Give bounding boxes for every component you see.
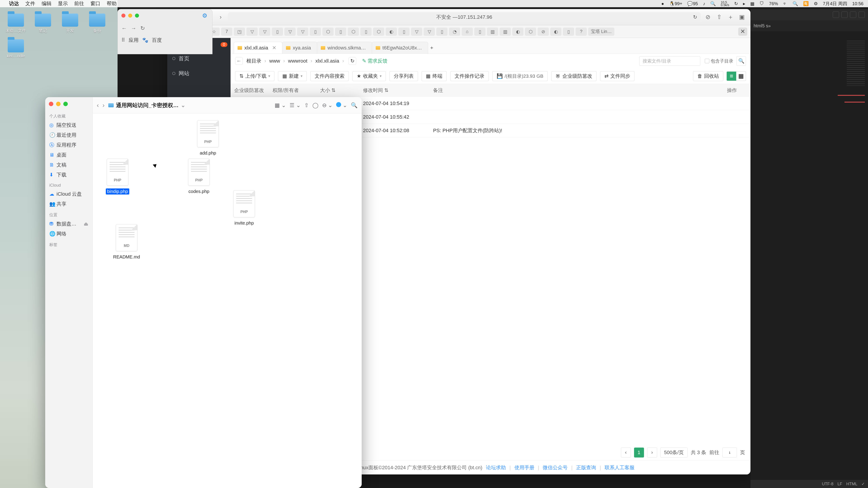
search-input[interactable]: 搜索文件/目录 [639, 56, 700, 66]
bookmark-item[interactable]: ◳ [234, 28, 245, 36]
col-protect[interactable]: 企业级防篡改 [230, 87, 269, 94]
close-window-icon[interactable] [49, 102, 53, 106]
upload-button[interactable]: ⇅ 上传/下载▾ [235, 71, 274, 81]
status-sync-icon[interactable]: ↻ [734, 1, 738, 6]
desktop-folder[interactable]: 开发 [57, 13, 84, 33]
bookmark-item[interactable]: ▽ [284, 28, 296, 36]
bookmark-item[interactable]: ⌂ [462, 28, 473, 36]
eject-icon[interactable]: ⏏ [84, 221, 88, 227]
bookmark-item[interactable]: ⬡ [525, 28, 536, 36]
file-item[interactable]: MD README.md [111, 224, 143, 260]
trash-button[interactable]: 🗑 回收站 [693, 71, 723, 81]
status-wifi-icon[interactable]: ᯤ [783, 1, 787, 6]
terminal-button[interactable]: ▦ 终端 [422, 71, 447, 81]
bookmark-item[interactable]: ▽ [424, 28, 435, 36]
reload-icon[interactable]: ↻ [141, 25, 145, 31]
sidebar-item-shared[interactable]: 👥共享 [45, 199, 92, 209]
col-mtime[interactable]: 修改时间 ⇅ [360, 87, 430, 94]
status-eol[interactable]: LF [837, 482, 842, 486]
pager-goto-input[interactable] [722, 448, 737, 457]
status-time[interactable]: 10:56 [852, 1, 864, 6]
sidebar-item-volume[interactable]: ⛃数据盘…⏏ [45, 219, 92, 229]
zoom-window-icon[interactable] [135, 13, 139, 18]
bookmark-item[interactable]: ⬡ [348, 28, 359, 36]
bookmark-item[interactable]: ▽ [297, 28, 308, 36]
menubar-item[interactable]: 显示 [58, 0, 68, 7]
share-icon[interactable]: ⇧ [715, 13, 723, 21]
file-item[interactable]: PHP codes.php [183, 159, 215, 195]
log-button[interactable]: 文件操作记录 [450, 71, 489, 81]
apps-label[interactable]: 应用 [129, 37, 138, 43]
grid-view-icon[interactable]: ▦ [736, 72, 746, 80]
bulk-button[interactable]: 文件内容搜索 [310, 71, 349, 81]
status-search-icon[interactable]: 🔍 [710, 1, 716, 6]
baidu-icon[interactable]: 🐾 [142, 37, 148, 43]
bookmark-item[interactable]: ? [576, 28, 587, 36]
bookmark-item[interactable]: ◐ [550, 28, 561, 36]
menubar-app-name[interactable]: 访达 [9, 0, 19, 7]
forward-icon[interactable]: → [131, 25, 136, 31]
bookmark-item[interactable]: ⬡ [373, 28, 384, 36]
desktop-folder[interactable]: kec…ndle [2, 39, 29, 59]
bookmark-github-icon[interactable]: ◔ [449, 28, 460, 36]
bookmark-item[interactable]: ▯ [360, 28, 372, 36]
footer-link[interactable]: 联系人工客服 [604, 464, 634, 471]
status-ime-icon[interactable]: 🈶 [803, 1, 809, 6]
bookmark-item[interactable]: ▯ [474, 28, 486, 36]
address-bar[interactable]: 不安全 — 107.151.247.96 ↻ [228, 12, 701, 22]
bookmark-item[interactable]: ▽ [259, 28, 270, 36]
footer-link[interactable]: 正版查询 [576, 464, 596, 471]
bookmark-item[interactable]: ◐ [385, 28, 397, 36]
file-item[interactable]: PHP invite.php [228, 190, 260, 226]
bookmark-item[interactable]: ▯ [436, 28, 447, 36]
bookmark-item[interactable]: ⬡ [322, 28, 334, 36]
layout-icon[interactable] [859, 11, 865, 18]
status-tiktok-icon[interactable]: ♪ [703, 1, 705, 6]
pager-next[interactable]: › [647, 448, 657, 457]
gear-icon[interactable]: ⚙ [199, 9, 210, 22]
bookmark-item[interactable]: 7 [221, 28, 232, 36]
sidebar-item-apps[interactable]: Ⓐ应用程序 [45, 140, 92, 150]
page-size-select[interactable]: 500条/页 [660, 448, 688, 457]
sidebar-item-site[interactable]: 网站 [167, 66, 230, 81]
feedback-link[interactable]: ✎ 需求反馈 [362, 58, 388, 64]
baidu-label[interactable]: 百度 [152, 37, 162, 43]
status-control-center-icon[interactable]: ⚙ [814, 1, 818, 6]
sidebar-item-desktop[interactable]: 🖥桌面 [45, 150, 92, 160]
bookmark-item[interactable]: ▥ [487, 28, 498, 36]
status-play-icon[interactable]: ▸ [743, 1, 745, 6]
add-tab-button[interactable]: ＋ [428, 42, 438, 54]
share-button[interactable]: 分享列表 [390, 71, 418, 81]
bookmark-item[interactable]: ▯ [272, 28, 283, 36]
sidebar-item-network[interactable]: 🌐网络 [45, 229, 92, 239]
menubar-item[interactable]: 窗口 [90, 0, 100, 7]
sidebar-item-recents[interactable]: 🕘最近使用 [45, 130, 92, 140]
breadcrumb-item[interactable]: www [269, 58, 280, 64]
bookmark-item[interactable]: 宝塔 Lin… [588, 28, 614, 36]
bookmark-item[interactable]: ▽ [246, 28, 258, 36]
desktop-folder[interactable]: 笔记 [29, 13, 57, 33]
tabs-overview-icon[interactable]: ▣ [738, 13, 746, 21]
new-tab-icon[interactable]: ＋ [726, 13, 735, 21]
bookmark-item[interactable]: ▯ [398, 28, 410, 36]
back-button[interactable]: ‹ [97, 102, 99, 109]
status-spotlight-icon[interactable]: 🔍 [793, 1, 798, 6]
editor-minimap[interactable] [847, 41, 865, 86]
sidebar-item-airdrop[interactable]: ◎隔空投送 [45, 120, 92, 130]
share-icon[interactable]: ⇧ [304, 102, 309, 108]
breadcrumb-item[interactable]: xlxl.xll.asia [315, 58, 339, 64]
menubar-item[interactable]: 前往 [74, 0, 84, 7]
zoom-window-icon[interactable] [63, 102, 68, 106]
breadcrumb-item[interactable]: 根目录 [246, 58, 261, 64]
minimize-window-icon[interactable] [56, 102, 61, 106]
finder-title[interactable]: 通用网站访问_卡密授权… ⌄ [108, 102, 185, 109]
refresh-button[interactable]: ↻ [348, 57, 356, 65]
reload-icon[interactable]: ↻ [693, 14, 697, 20]
pager-prev[interactable]: ‹ [621, 448, 631, 457]
footer-link[interactable]: 论坛求助 [486, 464, 506, 471]
bt-file-tab[interactable]: windows.slkma… [317, 42, 372, 54]
mini-browser-window[interactable]: ⚙ ← → ↻ ⠿ 应用 🐾 百度 [118, 9, 213, 54]
breadcrumb-item[interactable]: wwwroot [288, 58, 307, 64]
status-record-icon[interactable]: ● [661, 1, 664, 6]
forward-button[interactable]: › [102, 102, 104, 109]
